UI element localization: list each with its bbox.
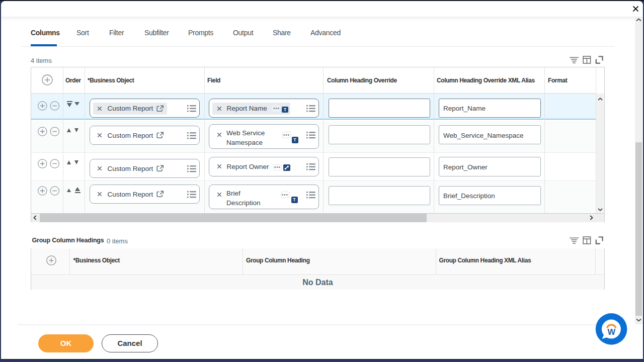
svg-text:W: W (608, 327, 616, 336)
